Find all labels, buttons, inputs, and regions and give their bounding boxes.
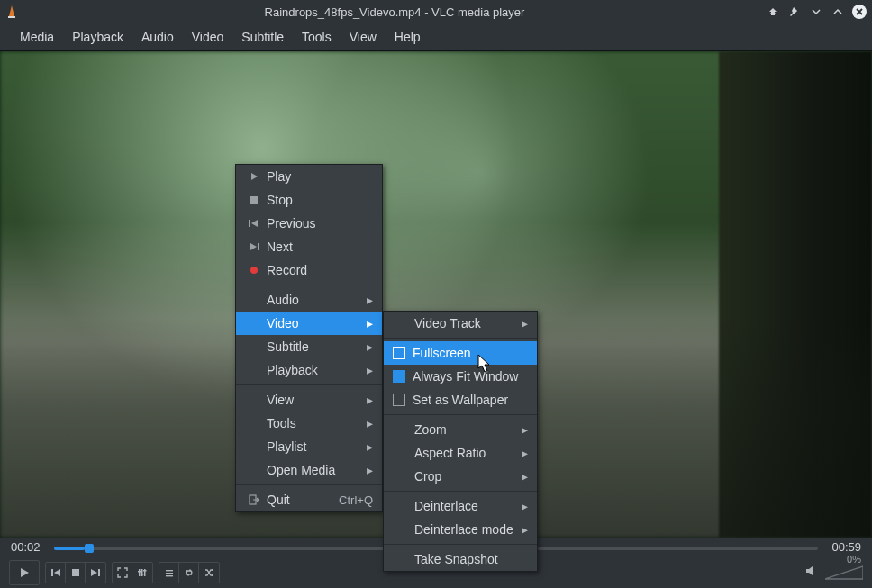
submenu-arrow-icon: ▸ bbox=[364, 363, 373, 377]
svg-rect-24 bbox=[258, 243, 259, 250]
volume-slider[interactable] bbox=[825, 565, 863, 581]
sub-deinterlace[interactable]: Deinterlace ▸ bbox=[384, 494, 537, 518]
ctx-playback-label: Playback bbox=[267, 363, 364, 377]
playlist-group bbox=[159, 562, 220, 583]
svg-marker-18 bbox=[825, 566, 863, 579]
menu-audio[interactable]: Audio bbox=[132, 26, 183, 48]
seek-thumb[interactable] bbox=[85, 544, 94, 553]
menu-subtitle[interactable]: Subtitle bbox=[232, 26, 293, 48]
ctx-next[interactable]: Next bbox=[236, 235, 382, 258]
svg-marker-19 bbox=[251, 173, 258, 180]
sub-zoom[interactable]: Zoom ▸ bbox=[384, 418, 537, 441]
ctx-stop[interactable]: Stop bbox=[236, 188, 382, 212]
menu-playback[interactable]: Playback bbox=[63, 26, 132, 48]
extended-settings-button[interactable] bbox=[132, 563, 152, 583]
ctx-subtitle-label: Subtitle bbox=[267, 339, 364, 354]
sub-crop[interactable]: Crop ▸ bbox=[384, 465, 537, 488]
ctx-separator bbox=[236, 384, 382, 385]
shuffle-button[interactable] bbox=[199, 563, 219, 583]
playlist-button[interactable] bbox=[159, 563, 179, 583]
ctx-quit[interactable]: Quit Ctrl+Q bbox=[236, 488, 382, 511]
submenu-arrow-icon: ▸ bbox=[519, 446, 528, 460]
sub-video-track[interactable]: Video Track ▸ bbox=[384, 312, 537, 335]
menu-tools[interactable]: Tools bbox=[293, 26, 341, 48]
svg-rect-8 bbox=[139, 569, 141, 576]
close-icon[interactable] bbox=[852, 5, 867, 19]
sub-crop-label: Crop bbox=[414, 469, 519, 484]
ctx-video[interactable]: Video ▸ bbox=[236, 312, 382, 335]
svg-point-25 bbox=[250, 267, 258, 274]
mute-icon[interactable] bbox=[805, 565, 820, 581]
svg-rect-11 bbox=[138, 571, 141, 573]
maximize-icon[interactable] bbox=[831, 5, 845, 19]
ctx-playback[interactable]: Playback ▸ bbox=[236, 358, 382, 382]
time-elapsed[interactable]: 00:02 bbox=[11, 540, 45, 554]
svg-rect-20 bbox=[250, 196, 258, 204]
play-icon bbox=[245, 172, 263, 181]
svg-marker-22 bbox=[251, 220, 258, 227]
svg-rect-7 bbox=[98, 569, 100, 576]
seek-fill bbox=[54, 547, 85, 550]
ctx-previous-label: Previous bbox=[267, 216, 373, 231]
ctx-next-label: Next bbox=[267, 240, 373, 254]
sub-fullscreen[interactable]: Fullscreen bbox=[384, 341, 537, 365]
sub-zoom-label: Zoom bbox=[414, 422, 519, 437]
ctx-record[interactable]: Record bbox=[236, 258, 382, 282]
sub-set-as-wallpaper[interactable]: Set as Wallpaper bbox=[384, 388, 537, 412]
prev-button[interactable] bbox=[46, 563, 66, 583]
menu-help[interactable]: Help bbox=[386, 26, 430, 48]
sub-deinterlace-mode-label: Deinterlace mode bbox=[414, 522, 519, 537]
app-window: Raindrops_48fps_Videvo.mp4 - VLC media p… bbox=[0, 0, 872, 588]
ctx-view[interactable]: View ▸ bbox=[236, 388, 382, 412]
ctx-open-media[interactable]: Open Media ▸ bbox=[236, 458, 382, 482]
submenu-arrow-icon: ▸ bbox=[519, 499, 528, 513]
submenu-arrow-icon: ▸ bbox=[519, 316, 528, 330]
submenu-arrow-icon: ▸ bbox=[519, 469, 528, 484]
stop-button[interactable] bbox=[66, 563, 86, 583]
svg-rect-9 bbox=[141, 569, 143, 576]
svg-rect-16 bbox=[166, 575, 173, 576]
play-button[interactable] bbox=[9, 560, 40, 585]
menubar: Media Playback Audio Video Subtitle Tool… bbox=[0, 23, 872, 50]
ctx-play-label: Play bbox=[267, 169, 373, 184]
keep-above-icon[interactable] bbox=[766, 5, 780, 19]
sub-always-fit-window[interactable]: Always Fit Window bbox=[384, 365, 537, 388]
fullscreen-button[interactable] bbox=[113, 563, 132, 583]
ctx-previous[interactable]: Previous bbox=[236, 212, 382, 235]
menu-view[interactable]: View bbox=[341, 26, 386, 48]
sub-wallpaper-label: Set as Wallpaper bbox=[413, 393, 528, 407]
svg-rect-14 bbox=[166, 570, 173, 571]
svg-marker-2 bbox=[21, 568, 29, 577]
window-controls bbox=[766, 5, 867, 19]
sub-take-snapshot[interactable]: Take Snapshot bbox=[384, 547, 537, 571]
ctx-separator bbox=[236, 285, 382, 285]
sub-deinterlace-mode[interactable]: Deinterlace mode ▸ bbox=[384, 518, 537, 541]
loop-button[interactable] bbox=[179, 563, 199, 583]
ctx-tools-label: Tools bbox=[267, 416, 364, 430]
menu-video[interactable]: Video bbox=[183, 26, 233, 48]
ctx-play[interactable]: Play bbox=[236, 165, 382, 188]
checkbox-checked-icon bbox=[393, 370, 405, 383]
pin-icon[interactable] bbox=[787, 5, 802, 19]
sub-video-track-label: Video Track bbox=[414, 316, 519, 330]
svg-marker-0 bbox=[9, 5, 14, 16]
ctx-playlist[interactable]: Playlist ▸ bbox=[236, 435, 382, 458]
svg-rect-5 bbox=[72, 569, 79, 576]
svg-marker-4 bbox=[54, 569, 60, 576]
next-button[interactable] bbox=[86, 563, 105, 583]
titlebar: Raindrops_48fps_Videvo.mp4 - VLC media p… bbox=[0, 0, 872, 23]
ctx-subtitle[interactable]: Subtitle ▸ bbox=[236, 335, 382, 358]
sub-aspect-ratio[interactable]: Aspect Ratio ▸ bbox=[384, 441, 537, 465]
svg-rect-12 bbox=[141, 574, 144, 575]
ctx-audio[interactable]: Audio ▸ bbox=[236, 288, 382, 312]
time-duration[interactable]: 00:59 bbox=[827, 540, 861, 554]
submenu-arrow-icon: ▸ bbox=[364, 393, 373, 407]
ctx-video-label: Video bbox=[267, 316, 364, 330]
vlc-cone-icon bbox=[5, 5, 18, 18]
submenu-arrow-icon: ▸ bbox=[364, 439, 373, 454]
minimize-icon[interactable] bbox=[809, 5, 823, 19]
menu-media[interactable]: Media bbox=[11, 26, 63, 48]
submenu-arrow-icon: ▸ bbox=[519, 422, 528, 437]
ctx-tools[interactable]: Tools ▸ bbox=[236, 412, 382, 435]
submenu-arrow-icon: ▸ bbox=[519, 522, 528, 537]
